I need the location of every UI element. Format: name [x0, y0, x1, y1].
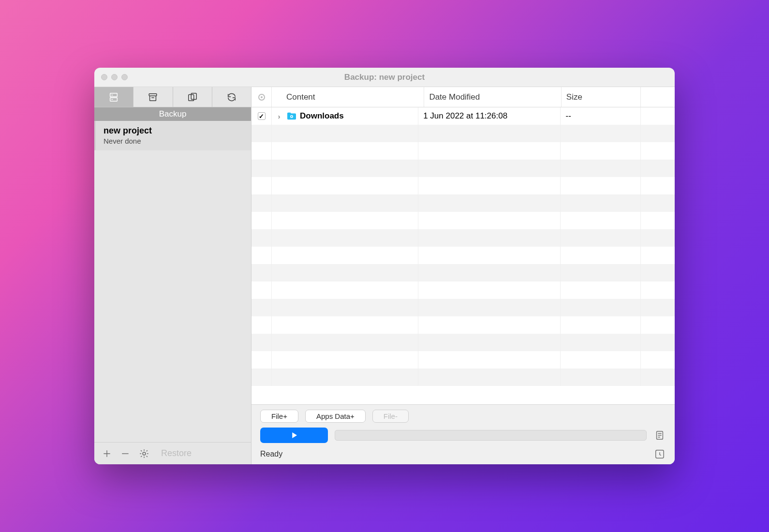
schedule-button[interactable]	[653, 448, 666, 460]
archive-icon	[148, 92, 158, 103]
tab-sync[interactable]	[212, 87, 251, 107]
header-size[interactable]: Size	[562, 87, 641, 107]
table-header: Content Date Modified Size	[251, 87, 675, 107]
status-row: Ready	[260, 448, 666, 460]
run-button[interactable]	[260, 428, 328, 443]
svg-point-11	[143, 452, 146, 455]
svg-rect-0	[110, 93, 118, 96]
header-content[interactable]: Content	[272, 87, 424, 107]
target-icon	[258, 94, 265, 101]
run-row	[260, 428, 666, 443]
restore-button[interactable]: Restore	[161, 448, 192, 458]
remove-project-button[interactable]	[120, 449, 130, 458]
minus-icon	[120, 449, 130, 458]
progress-bar	[335, 430, 647, 441]
svg-rect-1	[110, 97, 118, 101]
file-remove-button[interactable]: File-	[372, 410, 409, 423]
table-row[interactable]: › Downloads 1 Jun 2022 at 11:26:08 --	[251, 107, 675, 125]
apps-data-add-button[interactable]: Apps Data+	[305, 410, 366, 423]
settings-button[interactable]	[139, 448, 149, 459]
row-checkbox[interactable]	[258, 112, 266, 120]
header-select-all[interactable]	[251, 87, 272, 107]
play-icon	[290, 431, 298, 440]
row-name: Downloads	[300, 111, 344, 121]
add-project-button[interactable]	[102, 449, 112, 458]
folder-icon	[286, 112, 297, 120]
zoom-window-button[interactable]	[121, 74, 128, 80]
backup-icon	[108, 92, 119, 103]
plus-icon	[102, 449, 112, 458]
app-window: Backup: new project Backup new proj	[94, 68, 675, 464]
clock-icon	[654, 449, 665, 459]
content-table: › Downloads 1 Jun 2022 at 11:26:08 -- ..…	[251, 107, 675, 404]
svg-rect-4	[149, 93, 157, 96]
gear-icon	[139, 448, 149, 459]
tab-archive[interactable]	[133, 87, 173, 107]
document-icon	[654, 430, 665, 441]
sidebar-spacer	[94, 150, 251, 442]
sidebar-footer: Restore	[94, 442, 251, 464]
close-window-button[interactable]	[101, 74, 107, 80]
tab-clone[interactable]	[173, 87, 212, 107]
header-date-modified[interactable]: Date Modified	[424, 87, 561, 107]
svg-point-13	[291, 116, 293, 118]
expand-caret[interactable]: ›	[275, 112, 283, 120]
minimize-window-button[interactable]	[111, 74, 118, 80]
row-date: 1 Jun 2022 at 11:26:08	[418, 107, 561, 125]
project-item[interactable]: new project Never done	[94, 121, 251, 150]
footer: File+ Apps Data+ File- Ready	[251, 404, 675, 464]
header-spacer	[641, 87, 675, 107]
window-title: Backup: new project	[94, 73, 675, 82]
project-name: new project	[104, 126, 243, 136]
log-button[interactable]	[653, 429, 666, 442]
main-panel: Content Date Modified Size › Downloads 1…	[251, 87, 675, 464]
sidebar-section-label: Backup	[94, 107, 251, 121]
file-add-button[interactable]: File+	[260, 410, 298, 423]
sync-icon	[226, 92, 237, 103]
titlebar: Backup: new project	[94, 68, 675, 87]
project-status: Never done	[104, 137, 243, 145]
window-controls	[101, 74, 128, 80]
sidebar: Backup new project Never done Restore	[94, 87, 251, 464]
tab-backup[interactable]	[94, 87, 133, 107]
footer-button-row: File+ Apps Data+ File-	[260, 410, 666, 423]
sidebar-tabbar	[94, 87, 251, 107]
row-size: --	[561, 107, 641, 125]
clone-icon	[187, 92, 198, 103]
status-text: Ready	[260, 450, 282, 458]
